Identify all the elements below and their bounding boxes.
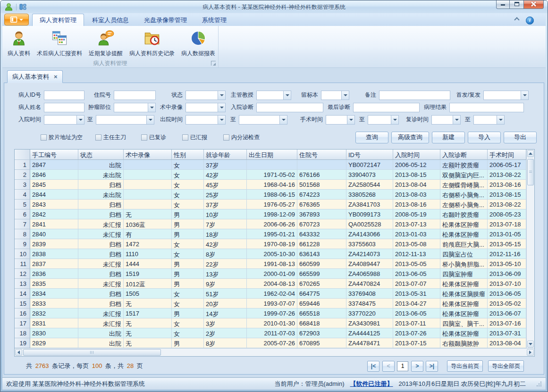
table-cell[interactable]: 女 — [172, 249, 204, 259]
table-cell[interactable]: 659446 — [297, 299, 346, 309]
table-cell[interactable]: 男 — [172, 309, 204, 318]
table-row[interactable]: 112837未汇报1444男22岁1991-08-13660599ZA40894… — [15, 259, 526, 269]
table-cell[interactable]: 20岁 — [204, 299, 247, 309]
table-cell[interactable]: 2013-07-07 — [393, 279, 440, 289]
table-cell[interactable]: 出院 — [78, 328, 124, 338]
table-cell[interactable]: 1991-08-13 — [247, 259, 297, 269]
table-cell[interactable]: 2000-01-09 — [247, 269, 297, 279]
table-cell[interactable]: 2013-06-05 — [488, 289, 526, 299]
table-cell[interactable]: 1995-01-21 — [247, 229, 297, 239]
table-cell[interactable]: 2005-07-26 — [247, 338, 297, 348]
advanced-query-button[interactable]: 高级查询 — [391, 132, 429, 143]
table-row[interactable]: 192829出院无男8岁2005-07-26670895ZA4478471201… — [15, 338, 526, 348]
checkbox-item[interactable]: 内分泌检查 — [223, 133, 260, 142]
table-cell[interactable]: 1998-12-09 — [247, 209, 297, 219]
table-cell[interactable] — [124, 170, 172, 180]
table-cell[interactable]: 未出院 — [78, 170, 124, 180]
vertical-scroll-thumb[interactable] — [527, 159, 534, 185]
filter-text-input[interactable] — [256, 103, 323, 112]
table-cell[interactable]: ZA4214073 — [346, 249, 393, 259]
table-cell[interactable]: 无 — [124, 328, 172, 338]
table-cell[interactable]: 661228 — [297, 239, 346, 249]
import-button[interactable]: 导入 — [468, 132, 501, 143]
filter-combo[interactable] — [185, 115, 226, 125]
combo-arrow-icon[interactable] — [76, 116, 84, 124]
table-cell[interactable]: 女 — [172, 200, 204, 209]
table-row[interactable]: 142834归档1505女51岁1962-02-0466477533769408… — [15, 289, 526, 299]
app-menu-button[interactable] — [4, 14, 29, 25]
column-header[interactable] — [15, 150, 30, 160]
table-cell[interactable]: 松果体区肿瘤 — [440, 229, 488, 239]
table-cell[interactable]: 2013-08-03 — [393, 190, 440, 200]
table-cell[interactable]: 8岁 — [204, 338, 247, 348]
table-cell[interactable]: 643332 — [297, 229, 346, 239]
table-cell[interactable]: 归档 — [78, 249, 124, 259]
table-cell[interactable]: 2830 — [30, 328, 78, 338]
table-cell[interactable]: 1505 — [124, 289, 172, 299]
table-cell[interactable]: 松果体区肿瘤 — [440, 219, 488, 229]
table-cell[interactable]: 2013-08-15 — [488, 190, 526, 200]
table-cell[interactable]: 松果体区肿瘤 — [440, 328, 488, 338]
table-cell[interactable]: 674223 — [297, 190, 346, 200]
table-cell[interactable]: QA0025528 — [346, 219, 393, 229]
table-cell[interactable]: 1971-05-02 — [247, 170, 297, 180]
table-cell[interactable]: 右侧桥小脑角... — [440, 190, 488, 200]
table-row[interactable]: 182830出院无女2岁2011-07-03672903ZA4444125201… — [15, 328, 526, 338]
ribbon-button[interactable]: 病人资料历史记录 — [126, 28, 178, 58]
table-cell[interactable]: 2013-08-15 — [393, 170, 440, 180]
table-cell[interactable]: 松果体区肿瘤 — [440, 299, 488, 309]
window-layout-icon[interactable] — [19, 3, 26, 10]
table-cell[interactable]: 33805268 — [346, 190, 393, 200]
table-cell[interactable]: 2013-06-07 — [488, 309, 526, 318]
filter-combo[interactable] — [321, 91, 349, 100]
table-cell[interactable]: 664775 — [297, 289, 346, 299]
checkbox-item[interactable]: 胶片地址为空 — [41, 133, 83, 142]
table-cell[interactable]: 2008-05-23 — [488, 209, 526, 219]
table-cell[interactable]: 女 — [172, 239, 204, 249]
table-cell[interactable]: 2838 — [30, 249, 78, 259]
table-cell[interactable]: 2842 — [30, 209, 78, 219]
table-cell[interactable]: 2841 — [30, 219, 78, 229]
table-cell[interactable]: 双侧脑室内巨... — [440, 170, 488, 180]
table-cell[interactable]: 2013-01-05 — [488, 229, 526, 239]
table-cell[interactable]: ZA4478471 — [346, 338, 393, 348]
scroll-down-button[interactable] — [527, 341, 534, 348]
tab-close-icon[interactable]: × — [54, 75, 58, 79]
table-cell[interactable]: ZA2580544 — [346, 180, 393, 190]
table-row[interactable]: 172831未汇报无女3岁2010-01-30668418ZA343098120… — [15, 318, 526, 328]
table-cell[interactable]: 未汇报 — [78, 318, 124, 328]
table-cell[interactable]: 未汇报 — [78, 259, 124, 269]
table-cell[interactable]: 女 — [172, 318, 204, 328]
table-cell[interactable]: 2013-05-15 — [488, 239, 526, 249]
ribbon-button[interactable]: 近期复诊提醒 — [85, 28, 126, 58]
filter-combo[interactable] — [96, 115, 154, 125]
table-cell[interactable] — [247, 160, 297, 170]
combo-arrow-icon[interactable] — [453, 116, 460, 124]
table-cell[interactable]: 2013-06-05 — [393, 309, 440, 318]
table-cell[interactable]: 男 — [172, 269, 204, 279]
table-cell[interactable]: 501568 — [297, 180, 346, 190]
table-cell[interactable]: 2012-11-16 — [488, 249, 526, 259]
table-cell[interactable]: 女 — [172, 180, 204, 190]
table-cell[interactable]: 636143 — [297, 249, 346, 259]
table-cell[interactable]: 2013-01-03 — [393, 229, 440, 239]
table-cell[interactable]: 四脑室肿瘤 — [440, 269, 488, 279]
table-cell[interactable]: 2013-07-26 — [393, 328, 440, 338]
table-cell[interactable]: 22岁 — [204, 259, 247, 269]
table-cell[interactable]: 2013-08-16 — [393, 200, 440, 209]
table-cell[interactable]: 2005-10-30 — [247, 249, 297, 259]
table-cell[interactable]: 右颞叶胶质瘤 — [440, 209, 488, 219]
table-cell[interactable] — [124, 200, 172, 209]
table-cell[interactable]: 367893 — [297, 209, 346, 219]
table-cell[interactable]: 2010-01-30 — [247, 318, 297, 328]
table-cell[interactable]: 1444 — [124, 259, 172, 269]
table-row[interactable]: 22846未出院女42岁1971-05-02676166339040732013… — [15, 170, 526, 180]
table-cell[interactable]: 665599 — [297, 269, 346, 279]
prev-page-button[interactable]: < — [382, 361, 395, 372]
checkbox[interactable] — [41, 134, 47, 141]
table-cell[interactable]: 女 — [172, 328, 204, 338]
table-cell[interactable]: 670723 — [297, 219, 346, 229]
column-header[interactable]: 就诊年龄 — [204, 150, 247, 160]
table-cell[interactable]: 676166 — [297, 170, 346, 180]
table-cell[interactable]: 37岁 — [204, 200, 247, 209]
